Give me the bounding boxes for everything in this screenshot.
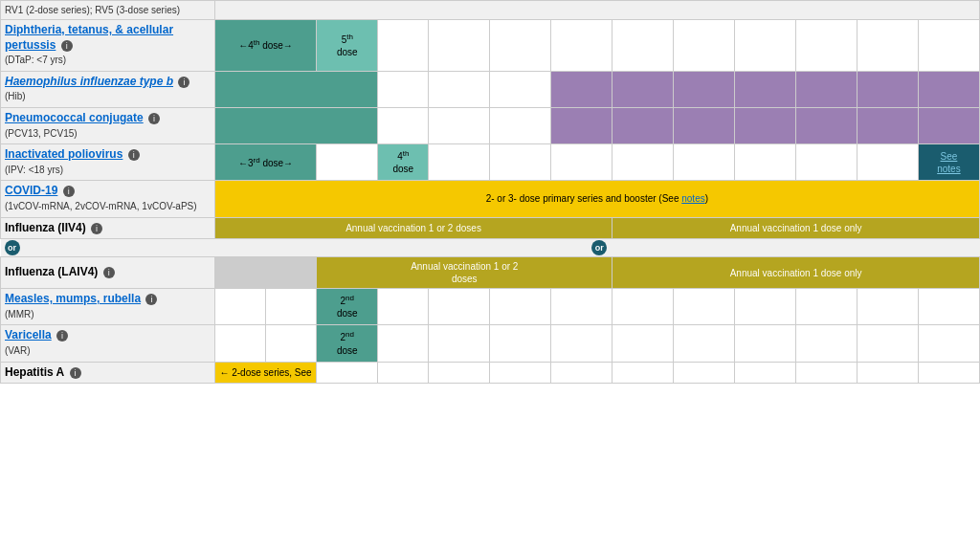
table-row: Pneumococcal conjugate i (PCV13, PCV15) <box>1 107 980 143</box>
mmr-sub: (MMR) <box>5 309 34 320</box>
table-row: Hepatitis A i ← 2-dose series, See <box>1 362 980 384</box>
table-row: Measles, mumps, rubella i (MMR) 2nddose <box>1 289 980 325</box>
hepa-name: Hepatitis A <box>5 365 64 379</box>
table-row: Inactivated poliovirus i (IPV: <18 yrs) … <box>1 144 980 181</box>
table-row: RV1 (2-dose series); RV5 (3-dose series) <box>1 1 980 20</box>
vaccine-cell-laiv4: Influenza (LAIV4) i <box>1 257 215 289</box>
table-row: Influenza (IIV4) i Annual vaccination 1 … <box>1 217 980 239</box>
covid-doses: 2- or 3- dose primary series and booster… <box>214 181 979 217</box>
laiv4-annual1: Annual vaccination 1 or 2doses <box>317 257 612 289</box>
vaccine-cell-pcv: Pneumococcal conjugate i (PCV13, PCV15) <box>1 107 215 143</box>
covid-info-icon[interactable]: i <box>63 186 75 197</box>
pcv-sub: (PCV13, PCV15) <box>5 128 78 139</box>
var-dose2: 2nddose <box>317 325 378 362</box>
vaccine-cell-ipv: Inactivated poliovirus i (IPV: <18 yrs) <box>1 144 215 181</box>
vaccination-table: RV1 (2-dose series); RV5 (3-dose series)… <box>0 0 980 384</box>
iiv4-annual2: Annual vaccination 1 dose only <box>612 217 980 239</box>
ipv-info-icon[interactable]: i <box>128 149 140 161</box>
ipv-link[interactable]: Inactivated poliovirus <box>5 147 122 161</box>
iiv4-name: Influenza (IIV4) <box>5 221 86 234</box>
dtap-dose4: ←4th dose→ <box>214 20 317 72</box>
vaccine-cell-covid: COVID-19 i (1vCOV-mRNA, 2vCOV-mRNA, 1vCO… <box>1 181 215 217</box>
vaccine-cell-hepa: Hepatitis A i <box>1 362 215 384</box>
hepa-info-icon[interactable]: i <box>70 367 81 379</box>
mmr-info-icon[interactable]: i <box>145 294 157 305</box>
table-row: Haemophilus influenzae type b i (Hib) <box>1 71 980 107</box>
hib-dose-early <box>214 71 377 107</box>
table-row: Diphtheria, tetanus, & acellular pertuss… <box>1 20 980 72</box>
covid-sub: (1vCOV-mRNA, 2vCOV-mRNA, 1vCOV-aPS) <box>5 201 197 211</box>
pcv-dose-early <box>214 107 377 143</box>
dtap-info-icon[interactable]: i <box>61 40 73 52</box>
hepa-dose-series: ← 2-dose series, See <box>214 362 317 384</box>
vaccine-cell-mmr: Measles, mumps, rubella i (MMR) <box>1 289 215 325</box>
ipv-dose4: 4thdose <box>378 144 429 181</box>
vaccine-cell-rotavirus: RV1 (2-dose series); RV5 (3-dose series) <box>1 1 215 20</box>
dtap-sub: (DTaP: <7 yrs) <box>5 55 66 65</box>
vaccine-cell-iiv4: Influenza (IIV4) i <box>1 217 215 239</box>
or-cell: or <box>1 239 215 257</box>
pcv-info-icon[interactable]: i <box>148 113 160 124</box>
hib-info-icon[interactable]: i <box>178 77 189 88</box>
hib-sub: (Hib) <box>5 91 26 101</box>
vaccine-cell-var: Varicella i (VAR) <box>1 325 215 362</box>
table-row: COVID-19 i (1vCOV-mRNA, 2vCOV-mRNA, 1vCO… <box>1 181 980 217</box>
iiv4-info-icon[interactable]: i <box>91 223 102 234</box>
mmr-link[interactable]: Measles, mumps, rubella <box>5 292 141 305</box>
laiv4-info-icon[interactable]: i <box>103 267 115 278</box>
table-row: Varicella i (VAR) 2nddose <box>1 325 980 362</box>
vaccine-cell-hib: Haemophilus influenzae type b i (Hib) <box>1 71 215 107</box>
var-sub: (VAR) <box>5 345 30 356</box>
ipv-sub: (IPV: <18 yrs) <box>5 165 63 175</box>
or-badge: or <box>5 240 20 255</box>
covid-link[interactable]: COVID-19 <box>5 184 57 197</box>
laiv4-name: Influenza (LAIV4) <box>5 265 98 278</box>
ipv-see-notes[interactable]: Seenotes <box>918 144 979 181</box>
mmr-dose2: 2nddose <box>317 289 378 325</box>
var-link[interactable]: Varicella <box>5 328 52 342</box>
iiv4-annual1: Annual vaccination 1 or 2 doses <box>214 217 612 239</box>
vaccine-cell-dtap: Diphtheria, tetanus, & acellular pertuss… <box>1 20 215 72</box>
or-row: or or <box>1 239 980 257</box>
or-badge-2: or <box>591 240 607 255</box>
pcv-link[interactable]: Pneumococcal conjugate <box>5 111 144 124</box>
ipv-dose3: ←3rd dose→ <box>214 144 317 181</box>
dtap-dose5: 5thdose <box>317 20 378 72</box>
hib-link[interactable]: Haemophilus influenzae type b <box>5 75 173 88</box>
var-info-icon[interactable]: i <box>56 330 68 342</box>
rotavirus-sub: RV1 (2-dose series); RV5 (3-dose series) <box>5 5 180 15</box>
table-row: Influenza (LAIV4) i Annual vaccination 1… <box>1 257 980 289</box>
covid-notes-link[interactable]: notes <box>681 193 704 204</box>
dtap-link[interactable]: Diphtheria, tetanus, & acellular pertuss… <box>5 23 173 52</box>
laiv4-annual2: Annual vaccination 1 dose only <box>612 257 980 289</box>
